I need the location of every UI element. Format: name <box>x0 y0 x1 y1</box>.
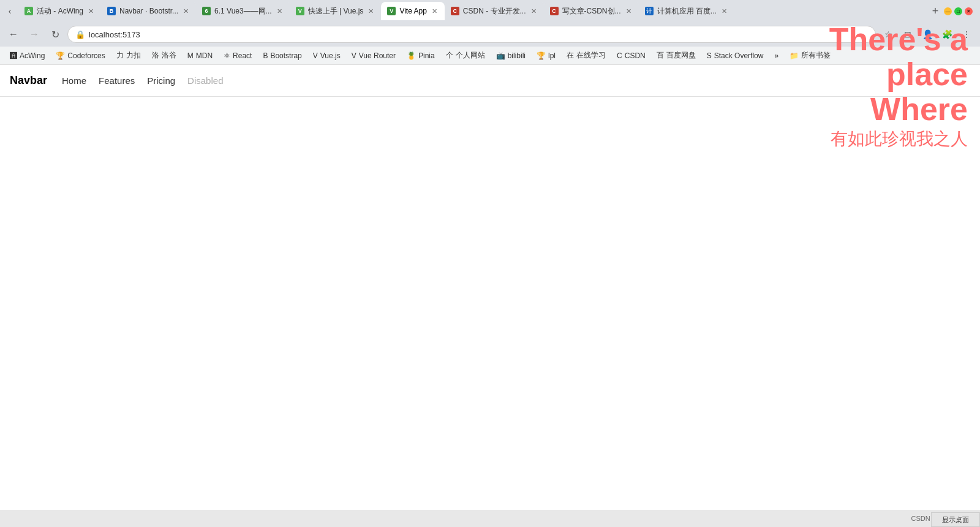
navbar-links: HomeFeaturesPricingDisabled <box>62 75 223 86</box>
bookmark-icon: 📁 <box>790 51 799 60</box>
link-features[interactable]: Features <box>99 75 135 86</box>
tab-close-button[interactable]: ✕ <box>367 6 375 17</box>
bookmark-bk10[interactable]: 🍍 Pinia <box>402 48 440 63</box>
bookmark-icon: 🅰 <box>10 51 17 60</box>
browser-actions: ☆ ⊡ 👤 🧩 ⋮ <box>880 26 975 43</box>
bookmark-label: Codeforces <box>67 51 105 60</box>
tab-close-button[interactable]: ✕ <box>87 6 95 17</box>
tab-bar: ‹ A 活动 - AcWing ✕ B Navbar · Bootstr... … <box>0 0 980 22</box>
profile-icon[interactable]: 👤 <box>919 26 936 43</box>
url-bar[interactable]: 🔒 localhost:5173 <box>67 26 876 43</box>
reload-button[interactable]: ↻ <box>47 26 64 43</box>
bookmark-bk16[interactable]: 百 百度网盘 <box>652 48 701 63</box>
tab-label: CSDN - 专业开发... <box>463 6 526 17</box>
bookmark-icon: 百 <box>657 50 664 61</box>
url-text: localhost:5173 <box>89 30 140 39</box>
tab-close-button[interactable]: ✕ <box>182 6 190 17</box>
bookmark-bk3[interactable]: 力 力扣 <box>111 48 146 63</box>
link-disabled: Disabled <box>187 75 223 86</box>
tab-label: Vite App <box>399 7 426 15</box>
tab-close-button[interactable]: ✕ <box>720 6 728 17</box>
new-tab-button[interactable]: + <box>927 2 944 20</box>
bookmark-bk7[interactable]: B Bootstrap <box>258 48 306 63</box>
tab-tab4[interactable]: V 快速上手 | Vue.js ✕ <box>290 2 382 20</box>
tab-label: 写文章-CSDN创... <box>562 6 621 17</box>
bookmark-bk17[interactable]: S Stack Overflow <box>702 48 769 63</box>
tab-tab5[interactable]: V Vite App ✕ <box>381 2 444 20</box>
tab-close-button[interactable]: ✕ <box>276 6 284 17</box>
bookmark-icon: 洛 <box>152 50 159 61</box>
bookmark-bk4[interactable]: 洛 洛谷 <box>147 48 181 63</box>
tab-tab2[interactable]: B Navbar · Bootstr... ✕ <box>101 2 196 20</box>
bookmark-label: bilibili <box>508 51 526 60</box>
menu-icon[interactable]: ⋮ <box>958 26 975 43</box>
screenshot-icon[interactable]: ⊡ <box>899 26 916 43</box>
bookmark-bk8[interactable]: V Vue.js <box>308 48 345 63</box>
close-button[interactable]: ✕ <box>965 7 973 15</box>
bookmark-icon: ⚛ <box>224 51 230 60</box>
link-home[interactable]: Home <box>62 75 86 86</box>
bookmark-icon: V <box>313 51 318 60</box>
bookmark-bk5[interactable]: M MDN <box>183 48 217 63</box>
link-pricing[interactable]: Pricing <box>147 75 175 86</box>
bookmark-bk11[interactable]: 个 个人网站 <box>441 48 490 63</box>
tab-close-button[interactable]: ✕ <box>431 6 439 17</box>
navbar-brand: Navbar <box>10 74 47 87</box>
tab-tab8[interactable]: 计 计算机应用 百度... ✕ <box>639 2 734 20</box>
bookmark-bk15[interactable]: C CSDN <box>612 48 650 63</box>
back-button[interactable]: ← <box>5 26 22 43</box>
bookmark-bk18[interactable]: » <box>769 48 783 63</box>
extension-icon[interactable]: 🧩 <box>938 26 956 43</box>
bookmark-star-icon[interactable]: ☆ <box>880 26 897 43</box>
bookmark-icon: 🏆 <box>56 51 65 60</box>
tab-favicon: V <box>387 7 396 15</box>
tab-tab3[interactable]: 6 6.1 Vue3——网... ✕ <box>196 2 290 20</box>
tab-close-button[interactable]: ✕ <box>625 6 633 17</box>
bookmark-bk2[interactable]: 🏆 Codeforces <box>51 48 110 63</box>
bookmark-label: AcWing <box>20 51 45 60</box>
show-desktop-button[interactable]: 显示桌面 <box>931 512 980 527</box>
bookmark-bk6[interactable]: ⚛ React <box>219 48 257 63</box>
tab-tab7[interactable]: C 写文章-CSDN创... ✕ <box>544 2 639 20</box>
minimize-button[interactable]: — <box>944 7 952 15</box>
bookmark-icon: » <box>774 51 778 60</box>
bookmark-label: Vue.js <box>320 51 341 60</box>
bookmark-icon: 🏆 <box>537 51 546 60</box>
bookmark-label: lpl <box>548 51 556 60</box>
tab-scroll-left[interactable]: ‹ <box>2 4 17 18</box>
bookmark-label: MDN <box>196 51 213 60</box>
address-bar: ← → ↻ 🔒 localhost:5173 ☆ ⊡ 👤 🧩 ⋮ <box>0 22 980 47</box>
bookmark-bk14[interactable]: 在 在线学习 <box>562 48 611 63</box>
bookmark-bk19[interactable]: 📁 所有书签 <box>785 48 835 63</box>
bookmark-label: 百度网盘 <box>666 50 696 61</box>
bookmark-label: 所有书签 <box>801 50 831 61</box>
bookmark-bk1[interactable]: 🅰 AcWing <box>5 48 50 63</box>
bookmark-label: 洛谷 <box>162 50 176 61</box>
tab-list: ‹ A 活动 - AcWing ✕ B Navbar · Bootstr... … <box>2 2 944 20</box>
bookmark-icon: M <box>187 51 194 60</box>
bookmark-icon: 力 <box>116 50 124 61</box>
tab-close-button[interactable]: ✕ <box>530 6 538 17</box>
tab-favicon: B <box>107 7 116 15</box>
lock-icon: 🔒 <box>75 30 85 39</box>
tab-favicon: 计 <box>645 7 654 15</box>
maximize-button[interactable]: □ <box>954 7 962 15</box>
tabs-container: A 活动 - AcWing ✕ B Navbar · Bootstr... ✕ … <box>18 2 925 20</box>
tab-favicon: V <box>296 7 304 15</box>
page-content: Navbar HomeFeaturesPricingDisabled <box>0 65 980 464</box>
bookmark-icon: B <box>263 51 268 60</box>
bookmark-label: 个人网站 <box>456 50 485 61</box>
bookmark-bk12[interactable]: 📺 bilibili <box>491 48 530 63</box>
tab-tab1[interactable]: A 活动 - AcWing ✕ <box>18 2 101 20</box>
bookmark-icon: S <box>707 51 712 60</box>
bookmark-icon: C <box>617 51 622 60</box>
app-navbar: Navbar HomeFeaturesPricingDisabled <box>0 65 980 97</box>
bookmark-bk13[interactable]: 🏆 lpl <box>532 48 560 63</box>
forward-button[interactable]: → <box>26 26 43 43</box>
bookmark-bk9[interactable]: V Vue Router <box>347 48 401 63</box>
tab-tab6[interactable]: C CSDN - 专业开发... ✕ <box>445 2 544 20</box>
window-controls: — □ ✕ <box>944 7 978 15</box>
browser-frame: ‹ A 活动 - AcWing ✕ B Navbar · Bootstr... … <box>0 0 980 65</box>
tab-label: 计算机应用 百度... <box>657 6 717 17</box>
tab-favicon: C <box>451 7 459 15</box>
